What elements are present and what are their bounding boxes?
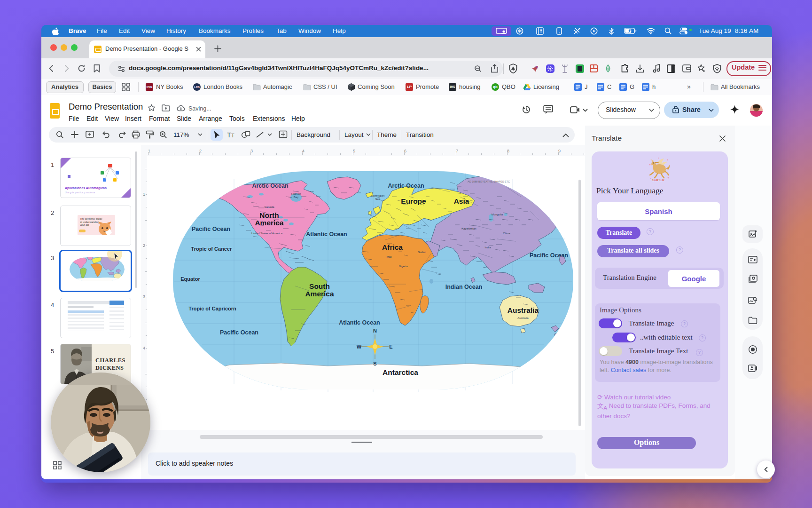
svg-text:Indian Ocean: Indian Ocean: [445, 284, 483, 290]
svg-text:AD 1088 BOYEATIVE SHAPES ETC: AD 1088 BOYEATIVE SHAPES ETC: [468, 180, 510, 183]
svg-text:Asia: Asia: [454, 197, 469, 205]
svg-text:N: N: [373, 328, 377, 333]
svg-text:T: T: [231, 133, 234, 138]
svg-text:S: S: [373, 361, 376, 366]
svg-text:Atlantic Ocean: Atlantic Ocean: [306, 231, 347, 238]
svg-text:America: America: [255, 219, 284, 227]
svg-text:Atlantic Ocean: Atlantic Ocean: [339, 319, 380, 326]
svg-text:Mongolia: Mongolia: [492, 213, 503, 216]
svg-text:Mali: Mali: [386, 255, 391, 258]
svg-text:Sudan: Sudan: [418, 251, 426, 254]
svg-text:Canada: Canada: [264, 206, 274, 208]
svg-text:America: America: [305, 290, 334, 298]
svg-text:Europe: Europe: [401, 197, 426, 205]
svg-text:Norwegian: Norwegian: [371, 194, 385, 197]
svg-text:Nigeria: Nigeria: [398, 265, 408, 268]
svg-text:China: China: [503, 232, 510, 235]
svg-text:Hudson: Hudson: [291, 192, 301, 195]
svg-text:Tropic of Cancer: Tropic of Cancer: [191, 246, 233, 252]
svg-text:Tropic of Capricorn: Tropic of Capricorn: [188, 306, 236, 311]
svg-text:T: T: [227, 131, 231, 138]
svg-text:SUPER: SUPER: [652, 178, 664, 182]
svg-text:Arctic Ocean: Arctic Ocean: [252, 183, 288, 189]
svg-text:Antarctica: Antarctica: [383, 368, 418, 376]
svg-text:Africa: Africa: [382, 243, 403, 251]
svg-text:Pacific Ocean: Pacific Ocean: [220, 329, 258, 336]
svg-text:Pacific Ocean: Pacific Ocean: [530, 252, 568, 259]
svg-text:Australia: Australia: [508, 306, 539, 314]
svg-text:W: W: [357, 344, 362, 349]
svg-text:Arctic Ocean: Arctic Ocean: [388, 183, 424, 189]
svg-text:Kazakhstan: Kazakhstan: [461, 227, 476, 230]
svg-text:Sea: Sea: [375, 198, 381, 200]
svg-text:India: India: [484, 246, 491, 249]
svg-text:North: North: [259, 211, 279, 219]
svg-text:E: E: [389, 344, 392, 349]
svg-text:South: South: [309, 282, 330, 290]
svg-text:Bay: Bay: [294, 196, 298, 198]
svg-text:Pacific Ocean: Pacific Ocean: [192, 226, 230, 232]
svg-text:Equator: Equator: [180, 276, 200, 282]
svg-text:Australia: Australia: [517, 317, 529, 319]
svg-text:United States of America: United States of America: [251, 232, 283, 235]
